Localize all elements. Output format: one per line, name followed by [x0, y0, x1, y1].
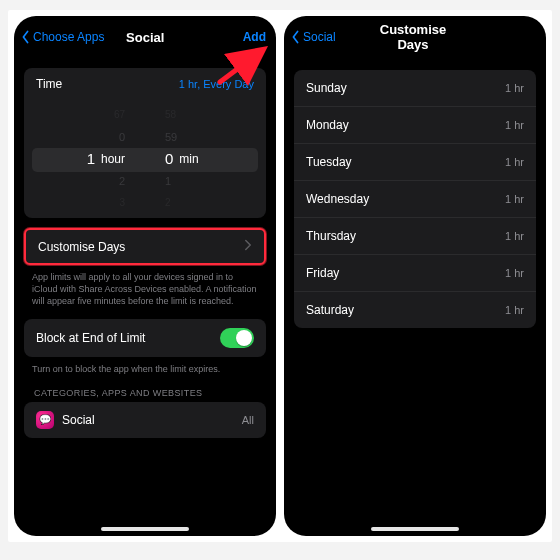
home-indicator[interactable] [371, 527, 459, 531]
chevron-left-icon [20, 30, 31, 44]
navbar: Choose Apps Social Add [14, 16, 276, 56]
day-label: Tuesday [306, 155, 352, 169]
block-toggle[interactable] [220, 328, 254, 348]
time-value: 1 hr, Every Day [179, 78, 254, 90]
social-category-icon: 💬 [36, 411, 54, 429]
back-button[interactable]: Choose Apps [20, 30, 104, 44]
day-value: 1 hr [505, 304, 524, 316]
block-note: Turn on to block the app when the limit … [24, 357, 266, 375]
day-row-tuesday[interactable]: Tuesday1 hr [294, 143, 536, 180]
add-button[interactable]: Add [186, 30, 266, 44]
day-label: Saturday [306, 303, 354, 317]
day-value: 1 hr [505, 119, 524, 131]
customise-days-label: Customise Days [38, 240, 125, 254]
limits-note: App limits will apply to all your device… [24, 265, 266, 307]
chevron-right-icon [244, 239, 252, 254]
navbar: Social Customise Days [284, 16, 546, 56]
day-row-saturday[interactable]: Saturday1 hr [294, 291, 536, 328]
block-row[interactable]: Block at End of Limit [24, 319, 266, 357]
phone-right: Social Customise Days Sunday1 hr Monday1… [284, 16, 546, 536]
time-row: Time 1 hr, Every Day [24, 68, 266, 100]
day-value: 1 hr [505, 230, 524, 242]
day-label: Wednesday [306, 192, 369, 206]
back-label: Choose Apps [33, 30, 104, 44]
chevron-left-icon [290, 30, 301, 44]
day-row-sunday[interactable]: Sunday1 hr [294, 70, 536, 106]
day-row-friday[interactable]: Friday1 hr [294, 254, 536, 291]
day-label: Friday [306, 266, 339, 280]
page-title: Customise Days [370, 22, 456, 52]
minutes-column[interactable]: 58 59 0min 1 2 [165, 100, 217, 218]
day-value: 1 hr [505, 156, 524, 168]
back-button[interactable]: Social [290, 30, 370, 44]
time-card: Time 1 hr, Every Day 67 0 1hour 2 3 58 5… [24, 68, 266, 218]
time-picker[interactable]: 67 0 1hour 2 3 58 59 0min 1 2 [24, 100, 266, 218]
category-trailing: All [242, 414, 254, 426]
page-title: Social [104, 30, 186, 45]
categories-section-label: CATEGORIES, APPS AND WEBSITES [24, 376, 266, 402]
phone-left: Choose Apps Social Add Time 1 hr, Every … [14, 16, 276, 536]
home-indicator[interactable] [101, 527, 189, 531]
day-row-thursday[interactable]: Thursday1 hr [294, 217, 536, 254]
day-row-wednesday[interactable]: Wednesday1 hr [294, 180, 536, 217]
day-row-monday[interactable]: Monday1 hr [294, 106, 536, 143]
block-card: Block at End of Limit [24, 319, 266, 357]
day-value: 1 hr [505, 267, 524, 279]
back-label: Social [303, 30, 336, 44]
toggle-knob [236, 330, 252, 346]
customise-days-row[interactable]: Customise Days [24, 228, 266, 265]
picker-selection-band [32, 148, 258, 172]
category-card: 💬 Social All [24, 402, 266, 438]
days-list: Sunday1 hr Monday1 hr Tuesday1 hr Wednes… [294, 70, 536, 328]
category-row[interactable]: 💬 Social All [24, 402, 266, 438]
day-label: Thursday [306, 229, 356, 243]
category-label: Social [62, 413, 95, 427]
block-label: Block at End of Limit [36, 331, 145, 345]
time-label: Time [36, 77, 62, 91]
day-label: Sunday [306, 81, 347, 95]
hours-column[interactable]: 67 0 1hour 2 3 [73, 100, 125, 218]
day-label: Monday [306, 118, 349, 132]
day-value: 1 hr [505, 193, 524, 205]
day-value: 1 hr [505, 82, 524, 94]
